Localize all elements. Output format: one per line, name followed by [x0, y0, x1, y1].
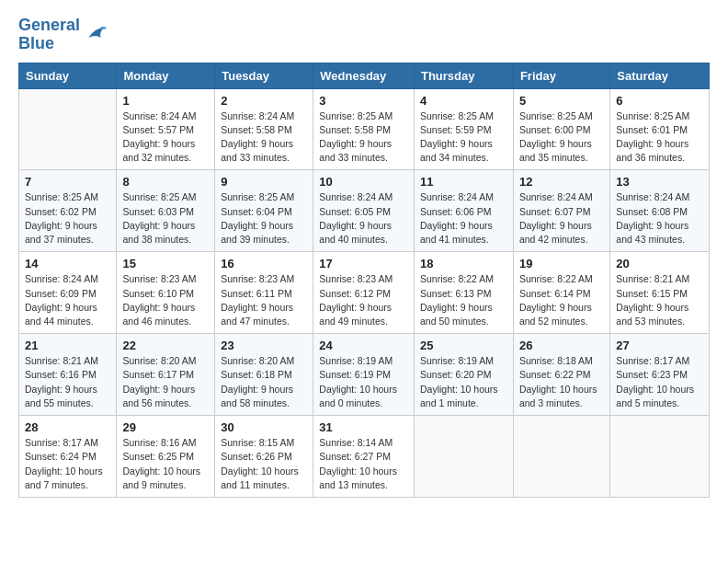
day-cell: 24Sunrise: 8:19 AM Sunset: 6:19 PM Dayli… [313, 334, 415, 416]
day-cell: 3Sunrise: 8:25 AM Sunset: 5:58 PM Daylig… [313, 88, 415, 170]
day-info: Sunrise: 8:17 AM Sunset: 6:23 PM Dayligh… [616, 354, 703, 410]
day-number: 4 [420, 94, 507, 108]
day-cell [414, 416, 513, 498]
page: GeneralBlue SundayMondayTuesdayWednesday… [0, 0, 728, 514]
day-number: 27 [616, 339, 703, 352]
day-info: Sunrise: 8:21 AM Sunset: 6:16 PM Dayligh… [25, 354, 110, 410]
day-info: Sunrise: 8:25 AM Sunset: 6:01 PM Dayligh… [616, 109, 703, 166]
day-number: 2 [221, 94, 307, 108]
day-cell: 2Sunrise: 8:24 AM Sunset: 5:58 PM Daylig… [215, 88, 313, 170]
day-number: 16 [221, 257, 307, 270]
day-number: 26 [519, 339, 604, 352]
weekday-saturday: Saturday [610, 63, 710, 88]
day-number: 10 [319, 175, 408, 189]
day-info: Sunrise: 8:24 AM Sunset: 6:05 PM Dayligh… [319, 190, 408, 247]
day-number: 19 [519, 257, 604, 270]
day-cell: 26Sunrise: 8:18 AM Sunset: 6:22 PM Dayli… [513, 334, 609, 416]
weekday-wednesday: Wednesday [313, 63, 415, 88]
day-number: 31 [319, 420, 408, 434]
day-cell: 30Sunrise: 8:15 AM Sunset: 6:26 PM Dayli… [215, 416, 313, 498]
day-info: Sunrise: 8:23 AM Sunset: 6:12 PM Dayligh… [319, 272, 408, 328]
week-row-2: 7Sunrise: 8:25 AM Sunset: 6:02 PM Daylig… [19, 170, 710, 252]
day-cell: 28Sunrise: 8:17 AM Sunset: 6:24 PM Dayli… [19, 416, 117, 498]
day-number: 23 [221, 339, 307, 352]
week-row-5: 28Sunrise: 8:17 AM Sunset: 6:24 PM Dayli… [19, 416, 710, 498]
day-number: 22 [122, 339, 209, 352]
day-number: 15 [122, 257, 209, 270]
day-info: Sunrise: 8:24 AM Sunset: 6:09 PM Dayligh… [25, 272, 110, 328]
day-cell: 16Sunrise: 8:23 AM Sunset: 6:11 PM Dayli… [215, 252, 313, 334]
day-number: 5 [519, 94, 604, 108]
day-info: Sunrise: 8:16 AM Sunset: 6:25 PM Dayligh… [122, 436, 209, 492]
day-info: Sunrise: 8:17 AM Sunset: 6:24 PM Dayligh… [25, 436, 110, 492]
day-number: 17 [319, 257, 408, 270]
day-number: 18 [420, 257, 507, 270]
day-cell: 13Sunrise: 8:24 AM Sunset: 6:08 PM Dayli… [610, 170, 710, 252]
day-number: 3 [319, 94, 408, 108]
day-cell: 12Sunrise: 8:24 AM Sunset: 6:07 PM Dayli… [513, 170, 609, 252]
day-number: 29 [122, 420, 209, 434]
day-cell: 31Sunrise: 8:14 AM Sunset: 6:27 PM Dayli… [313, 416, 415, 498]
day-number: 24 [319, 339, 408, 352]
day-info: Sunrise: 8:24 AM Sunset: 5:57 PM Dayligh… [122, 109, 209, 166]
weekday-friday: Friday [513, 63, 609, 88]
day-info: Sunrise: 8:18 AM Sunset: 6:22 PM Dayligh… [519, 354, 604, 410]
day-number: 8 [122, 175, 209, 189]
day-cell: 19Sunrise: 8:22 AM Sunset: 6:14 PM Dayli… [513, 252, 609, 334]
day-number: 20 [616, 257, 703, 270]
day-number: 30 [221, 420, 307, 434]
logo-bird-icon [82, 22, 108, 48]
day-cell: 23Sunrise: 8:20 AM Sunset: 6:18 PM Dayli… [215, 334, 313, 416]
day-info: Sunrise: 8:25 AM Sunset: 6:00 PM Dayligh… [519, 109, 604, 166]
day-cell: 5Sunrise: 8:25 AM Sunset: 6:00 PM Daylig… [513, 88, 609, 170]
day-info: Sunrise: 8:25 AM Sunset: 5:59 PM Dayligh… [420, 109, 507, 166]
day-info: Sunrise: 8:23 AM Sunset: 6:11 PM Dayligh… [221, 272, 307, 328]
day-cell: 9Sunrise: 8:25 AM Sunset: 6:04 PM Daylig… [215, 170, 313, 252]
day-info: Sunrise: 8:25 AM Sunset: 6:02 PM Dayligh… [25, 190, 110, 247]
day-info: Sunrise: 8:20 AM Sunset: 6:17 PM Dayligh… [122, 354, 209, 410]
day-info: Sunrise: 8:25 AM Sunset: 5:58 PM Dayligh… [319, 109, 408, 166]
day-info: Sunrise: 8:23 AM Sunset: 6:10 PM Dayligh… [122, 272, 209, 328]
day-cell [513, 416, 609, 498]
day-cell: 29Sunrise: 8:16 AM Sunset: 6:25 PM Dayli… [117, 416, 215, 498]
logo-text: GeneralBlue [18, 17, 80, 53]
day-info: Sunrise: 8:25 AM Sunset: 6:04 PM Dayligh… [221, 190, 307, 247]
day-cell: 11Sunrise: 8:24 AM Sunset: 6:06 PM Dayli… [414, 170, 513, 252]
day-info: Sunrise: 8:25 AM Sunset: 6:03 PM Dayligh… [122, 190, 209, 247]
logo: GeneralBlue [18, 17, 108, 53]
day-info: Sunrise: 8:24 AM Sunset: 6:06 PM Dayligh… [420, 190, 507, 247]
day-cell [19, 88, 117, 170]
day-cell: 8Sunrise: 8:25 AM Sunset: 6:03 PM Daylig… [117, 170, 215, 252]
weekday-tuesday: Tuesday [215, 63, 313, 88]
week-row-3: 14Sunrise: 8:24 AM Sunset: 6:09 PM Dayli… [19, 252, 710, 334]
day-cell: 21Sunrise: 8:21 AM Sunset: 6:16 PM Dayli… [19, 334, 117, 416]
day-number: 6 [616, 94, 703, 108]
day-number: 12 [519, 175, 604, 189]
day-info: Sunrise: 8:24 AM Sunset: 5:58 PM Dayligh… [221, 109, 307, 166]
weekday-header-row: SundayMondayTuesdayWednesdayThursdayFrid… [19, 63, 710, 88]
day-cell: 4Sunrise: 8:25 AM Sunset: 5:59 PM Daylig… [414, 88, 513, 170]
day-info: Sunrise: 8:19 AM Sunset: 6:19 PM Dayligh… [319, 354, 408, 410]
weekday-monday: Monday [117, 63, 215, 88]
day-cell: 15Sunrise: 8:23 AM Sunset: 6:10 PM Dayli… [117, 252, 215, 334]
week-row-1: 1Sunrise: 8:24 AM Sunset: 5:57 PM Daylig… [19, 88, 710, 170]
weekday-sunday: Sunday [19, 63, 117, 88]
day-cell: 22Sunrise: 8:20 AM Sunset: 6:17 PM Dayli… [117, 334, 215, 416]
day-info: Sunrise: 8:22 AM Sunset: 6:14 PM Dayligh… [519, 272, 604, 328]
day-info: Sunrise: 8:22 AM Sunset: 6:13 PM Dayligh… [420, 272, 507, 328]
day-cell: 14Sunrise: 8:24 AM Sunset: 6:09 PM Dayli… [19, 252, 117, 334]
day-info: Sunrise: 8:20 AM Sunset: 6:18 PM Dayligh… [221, 354, 307, 410]
header: GeneralBlue [18, 17, 710, 53]
day-cell: 20Sunrise: 8:21 AM Sunset: 6:15 PM Dayli… [610, 252, 710, 334]
day-number: 25 [420, 339, 507, 352]
day-number: 13 [616, 175, 703, 189]
week-row-4: 21Sunrise: 8:21 AM Sunset: 6:16 PM Dayli… [19, 334, 710, 416]
day-cell: 7Sunrise: 8:25 AM Sunset: 6:02 PM Daylig… [19, 170, 117, 252]
day-info: Sunrise: 8:21 AM Sunset: 6:15 PM Dayligh… [616, 272, 703, 328]
day-info: Sunrise: 8:24 AM Sunset: 6:08 PM Dayligh… [616, 190, 703, 247]
weekday-thursday: Thursday [414, 63, 513, 88]
day-info: Sunrise: 8:24 AM Sunset: 6:07 PM Dayligh… [519, 190, 604, 247]
day-cell: 6Sunrise: 8:25 AM Sunset: 6:01 PM Daylig… [610, 88, 710, 170]
day-cell: 18Sunrise: 8:22 AM Sunset: 6:13 PM Dayli… [414, 252, 513, 334]
day-number: 28 [25, 420, 110, 434]
